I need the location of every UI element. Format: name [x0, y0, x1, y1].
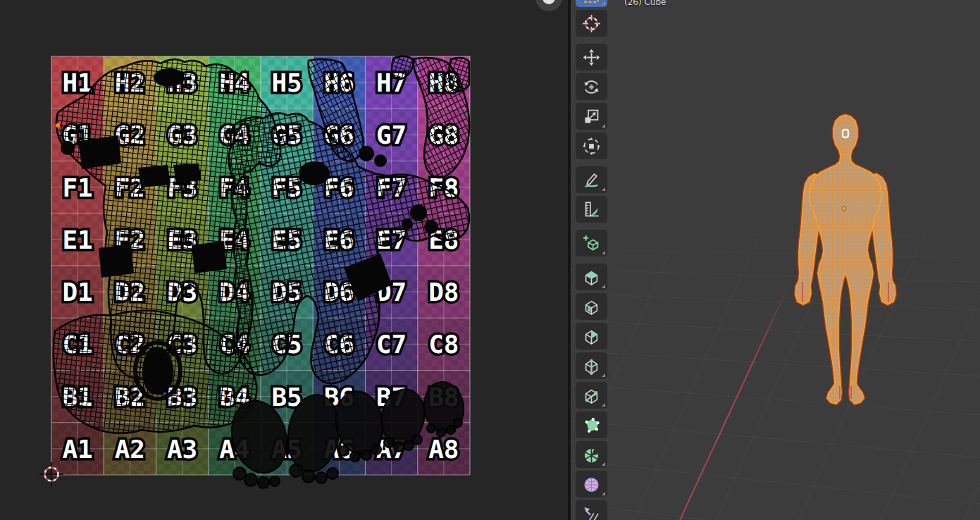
measure-icon [582, 200, 601, 219]
tool-select-box[interactable] [576, 0, 607, 7]
scale-icon [582, 107, 601, 126]
seam-marks [802, 282, 888, 399]
uv-editor-panel[interactable]: H1H2H3H4H5H6H7H8G1G2G3G4G5G6G7G8F1F2F3F4… [0, 0, 568, 520]
tool-smooth[interactable] [576, 471, 607, 497]
bevel-icon [582, 327, 601, 346]
tool-poly-build[interactable] [576, 411, 607, 438]
transform-icon [582, 137, 601, 156]
uv-mesh-wireframe[interactable] [0, 0, 568, 520]
tool-scale[interactable] [576, 103, 607, 130]
cursor-icon [582, 14, 601, 33]
tool-loop-cut[interactable] [576, 352, 607, 379]
loop-cut-icon [582, 357, 601, 376]
uv-2d-cursor[interactable] [39, 462, 63, 486]
toolbar [576, 0, 608, 520]
active-uv-vertex[interactable] [56, 123, 60, 128]
annotate-icon [582, 171, 601, 190]
tool-rotate[interactable] [576, 73, 607, 100]
add-cube-icon [582, 234, 601, 253]
tool-cursor[interactable] [576, 10, 607, 37]
human-mesh[interactable] [571, 0, 980, 520]
tool-add-cube[interactable] [576, 230, 607, 256]
tool-bevel[interactable] [576, 323, 607, 349]
tool-move[interactable] [576, 44, 607, 70]
edge-slide-icon [582, 504, 601, 520]
extrude-region-icon [582, 268, 601, 287]
knife-icon [582, 386, 601, 405]
tool-annotate[interactable] [576, 166, 607, 193]
blender-window: H1H2H3H4H5H6H7H8G1G2G3G4G5G6G7G8F1F2F3F4… [0, 0, 980, 520]
tool-knife[interactable] [576, 382, 607, 409]
tool-edge-slide[interactable] [576, 500, 607, 520]
tool-transform[interactable] [576, 132, 607, 159]
tool-spin[interactable] [576, 441, 607, 468]
poly-build-icon [582, 416, 601, 435]
object-info-label: (26) Cube [624, 0, 666, 7]
rotate-icon [582, 78, 601, 97]
object-origin-dot [842, 206, 846, 211]
tool-extrude-region[interactable] [576, 264, 607, 290]
uv-island-hands-feet[interactable] [224, 379, 467, 488]
inset-faces-icon [582, 297, 601, 316]
tool-inset-faces[interactable] [576, 293, 607, 320]
move-icon [582, 48, 601, 67]
tool-measure[interactable] [576, 196, 607, 223]
smooth-icon [582, 475, 601, 494]
spin-icon [582, 445, 601, 464]
viewport-3d[interactable]: (26) Cube [571, 0, 980, 520]
select-box-icon [582, 0, 601, 4]
